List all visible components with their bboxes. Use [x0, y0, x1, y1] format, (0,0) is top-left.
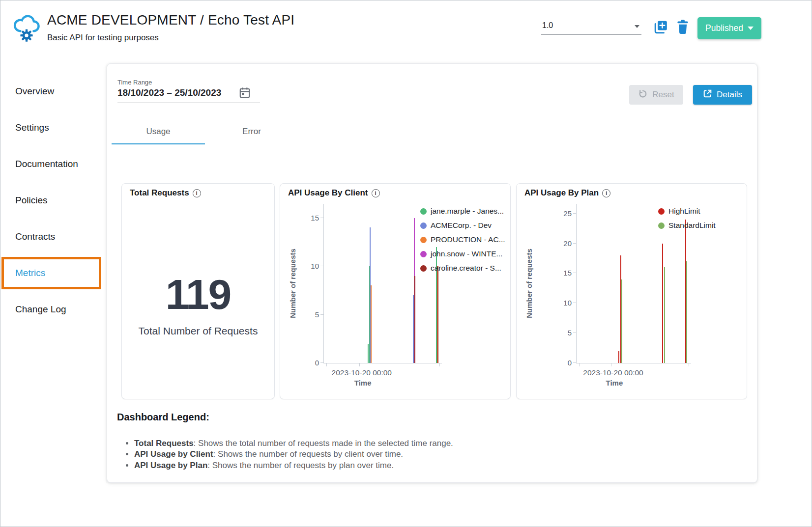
chart-bar [621, 279, 622, 363]
legend-label: ACMECorp. - Dev [431, 221, 492, 230]
legend-dot-icon [420, 251, 427, 257]
add-version-button[interactable] [653, 19, 668, 36]
y-tick-label: 0 [553, 359, 572, 367]
y-tick-mark [320, 218, 324, 218]
chart-bar [618, 351, 619, 363]
y-tick-label: 5 [553, 329, 572, 337]
x-tick-mark [359, 363, 360, 366]
chevron-down-icon [748, 27, 754, 30]
time-range-value: 18/10/2023 – 25/10/2023 [117, 87, 221, 98]
tab-error[interactable]: Error [205, 119, 298, 144]
legend-label: jane.marple - Janes... [431, 207, 504, 216]
version-value: 1.0 [542, 21, 553, 30]
x-tick-mark [439, 363, 440, 366]
time-range-label: Time Range [117, 79, 260, 86]
details-button[interactable]: Details [693, 85, 752, 105]
card-title: API Usage By Client [288, 188, 368, 198]
legend-dot-icon [658, 208, 665, 215]
api-usage-by-plan-card: API Usage By Plan i Number of requests 0… [516, 183, 747, 399]
version-select[interactable]: 1.0 [541, 18, 641, 35]
legend-item[interactable]: HighLimit [658, 207, 716, 216]
dashboard-legend-heading: Dashboard Legend: [117, 412, 747, 423]
legend-item[interactable]: ACMECorp. - Dev [420, 221, 505, 230]
add-copy-icon [653, 29, 668, 36]
reset-button[interactable]: Reset [629, 85, 683, 105]
header: ACME DEVELOPMENT / Echo Test API Basic A… [0, 0, 812, 63]
x-tick-mark [611, 363, 611, 366]
chevron-down-icon [635, 25, 639, 28]
y-axis-label: Number of requests [289, 249, 297, 318]
y-tick-label: 20 [553, 240, 572, 248]
time-range-field[interactable]: Time Range 18/10/2023 – 25/10/2023 [117, 79, 260, 103]
chart-bar [414, 276, 415, 363]
delete-button[interactable] [676, 19, 690, 36]
y-axis-label: Number of requests [525, 249, 533, 318]
x-tick-mark [689, 363, 689, 366]
legend-item[interactable]: caroline.creator - S... [420, 264, 505, 273]
reset-icon [638, 89, 648, 101]
y-tick-mark [573, 243, 577, 244]
x-axis-label: Time [354, 379, 372, 387]
legend-dot-icon [658, 222, 665, 229]
status-dropdown-button[interactable]: Published [697, 17, 761, 39]
total-requests-value: 119 [122, 273, 274, 315]
legend-item[interactable]: john.snow - WINTE... [420, 250, 505, 258]
y-tick-mark [320, 362, 324, 363]
page-title: ACME DEVELOPMENT / Echo Test API [47, 12, 294, 28]
tab-usage[interactable]: Usage [112, 119, 205, 144]
x-tick-label: 2023-10-20 00:00 [583, 368, 643, 377]
chart-bar [371, 285, 372, 363]
dashboard-legend-item: API Usage by Plan: Shows the number of r… [134, 460, 747, 471]
y-tick-mark [573, 273, 577, 273]
sidebar-item-documentation[interactable]: Documentation [0, 146, 107, 182]
legend-label: HighLimit [668, 207, 700, 216]
y-tick-mark [320, 314, 324, 315]
info-icon[interactable]: i [602, 189, 610, 197]
sidebar-item-settings[interactable]: Settings [0, 110, 107, 146]
card-title: API Usage By Plan [524, 188, 599, 198]
y-tick-label: 5 [300, 311, 319, 319]
y-tick-mark [320, 266, 324, 266]
legend-item[interactable]: jane.marple - Janes... [420, 207, 505, 216]
legend-label: caroline.creator - S... [431, 264, 501, 273]
legend-item[interactable]: PRODUCTION - AC... [420, 235, 505, 244]
x-tick-mark [579, 363, 580, 366]
y-tick-label: 0 [300, 359, 319, 367]
legend-label: PRODUCTION - AC... [431, 235, 505, 244]
metrics-cards: Total Requests i 119 Total Number of Req… [107, 183, 757, 399]
sidebar-item-policies[interactable]: Policies [0, 182, 107, 219]
x-tick-label: 2023-10-20 00:00 [332, 368, 392, 377]
info-icon[interactable]: i [372, 189, 380, 197]
y-tick-label: 15 [300, 214, 319, 222]
calendar-icon[interactable] [238, 86, 251, 101]
dashboard-legend: Dashboard Legend: Total Requests: Shows … [117, 412, 747, 471]
details-label: Details [717, 90, 742, 100]
total-requests-caption: Total Number of Requests [122, 325, 274, 337]
sidebar-item-metrics[interactable]: Metrics [0, 255, 107, 291]
chart-bar [686, 261, 687, 363]
sidebar: OverviewSettingsDocumentationPoliciesCon… [0, 63, 107, 527]
legend-dot-icon [420, 222, 427, 229]
y-tick-mark [573, 303, 577, 303]
chart-legend: jane.marple - Janes...ACMECorp. - DevPRO… [420, 207, 505, 273]
sidebar-item-change-log[interactable]: Change Log [0, 291, 107, 328]
legend-dot-icon [420, 237, 427, 243]
x-tick-mark [326, 363, 327, 366]
trash-icon [676, 29, 690, 36]
legend-dot-icon [420, 208, 427, 215]
sidebar-item-contracts[interactable]: Contracts [0, 219, 107, 255]
api-usage-by-client-card: API Usage By Client i Number of requests… [280, 183, 511, 399]
y-tick-mark [573, 333, 577, 333]
info-icon[interactable]: i [193, 189, 201, 197]
legend-dot-icon [420, 265, 427, 272]
y-tick-label: 10 [553, 299, 572, 307]
dashboard-legend-item: Total Requests: Shows the total number o… [134, 438, 747, 449]
status-label: Published [705, 23, 743, 33]
legend-label: john.snow - WINTE... [431, 250, 502, 258]
sidebar-item-overview[interactable]: Overview [0, 73, 107, 110]
total-requests-card: Total Requests i 119 Total Number of Req… [121, 183, 275, 399]
main-panel: Time Range 18/10/2023 – 25/10/2023 [107, 63, 757, 483]
reset-label: Reset [652, 90, 674, 100]
app-window: ACME DEVELOPMENT / Echo Test API Basic A… [0, 0, 812, 527]
legend-item[interactable]: StandardLimit [658, 221, 716, 230]
